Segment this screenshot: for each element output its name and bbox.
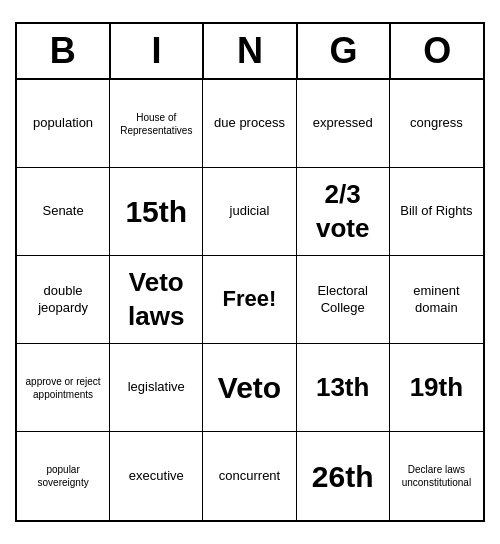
bingo-cell-12: Free! (203, 256, 296, 344)
bingo-cell-23: 26th (297, 432, 390, 520)
bingo-cell-4: congress (390, 80, 483, 168)
bingo-grid: populationHouse of Representativesdue pr… (17, 80, 483, 520)
bingo-letter-o: O (391, 24, 483, 80)
bingo-cell-3: expressed (297, 80, 390, 168)
bingo-cell-10: double jeopardy (17, 256, 110, 344)
bingo-cell-13: Electoral College (297, 256, 390, 344)
bingo-cell-15: approve or reject appointments (17, 344, 110, 432)
bingo-letter-n: N (204, 24, 298, 80)
bingo-cell-9: Bill of Rights (390, 168, 483, 256)
bingo-header: BINGO (17, 24, 483, 80)
bingo-cell-8: 2/3 vote (297, 168, 390, 256)
bingo-letter-g: G (298, 24, 392, 80)
bingo-cell-19: 19th (390, 344, 483, 432)
bingo-cell-0: population (17, 80, 110, 168)
bingo-cell-20: popular sovereignty (17, 432, 110, 520)
bingo-cell-6: 15th (110, 168, 203, 256)
bingo-cell-18: 13th (297, 344, 390, 432)
bingo-cell-16: legislative (110, 344, 203, 432)
bingo-cell-2: due process (203, 80, 296, 168)
bingo-letter-i: I (111, 24, 205, 80)
bingo-cell-21: executive (110, 432, 203, 520)
bingo-cell-24: Declare laws unconstitutional (390, 432, 483, 520)
bingo-cell-17: Veto (203, 344, 296, 432)
bingo-cell-7: judicial (203, 168, 296, 256)
bingo-cell-22: concurrent (203, 432, 296, 520)
bingo-cell-14: eminent domain (390, 256, 483, 344)
bingo-letter-b: B (17, 24, 111, 80)
bingo-cell-1: House of Representatives (110, 80, 203, 168)
bingo-card: BINGO populationHouse of Representatives… (15, 22, 485, 522)
bingo-cell-5: Senate (17, 168, 110, 256)
bingo-cell-11: Veto laws (110, 256, 203, 344)
